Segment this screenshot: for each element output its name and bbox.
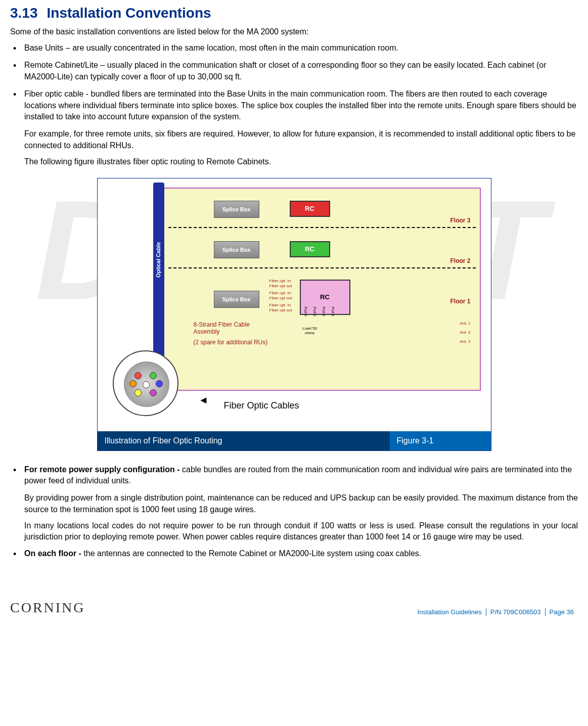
footer-guidelines: Installation Guidelines <box>414 608 486 616</box>
fiber-out-label: Fiber opt out <box>269 296 292 300</box>
sub-paragraph: For example, for three remote units, six… <box>10 128 578 151</box>
splice-box-1: Splice Box <box>214 291 259 308</box>
port-2: Port 2 <box>322 307 326 316</box>
rc-box-green: RC <box>290 241 330 257</box>
list-item: For remote power supply configuration - … <box>10 464 578 487</box>
sub-paragraph: The following figure illustrates fiber o… <box>10 156 578 167</box>
intro-paragraph: Some of the basic installation conventio… <box>10 27 578 36</box>
fiber-out-label: Fiber opt out <box>269 308 292 312</box>
figure-caption-text: Illustration of Fiber Optic Routing <box>98 431 390 450</box>
sub-paragraph: In many locations local codes do not req… <box>10 520 578 543</box>
fiber-in-label: Fiber opt. In <box>269 279 291 283</box>
list-item: Remote Cabinet/Lite – usually placed in … <box>10 60 578 82</box>
figure-number: Figure 3-1 <box>390 431 491 450</box>
page-content: 3.13Installation Conventions Some of the… <box>10 5 578 616</box>
figure-diagram: Optical Cable Splice Box RC Floor 3 Spli… <box>98 178 491 431</box>
fiber-dot-green <box>150 372 157 379</box>
footer-right: Installation Guidelines P/N 709C006503 P… <box>414 608 578 616</box>
bold-lead: On each floor - <box>24 549 83 558</box>
port-3: Port 3 <box>313 307 316 316</box>
ant-1-label: Ant. 1 <box>460 321 471 326</box>
section-title: Installation Conventions <box>47 5 211 21</box>
spare-annotation: (2 spare for additional RUs) <box>194 339 269 346</box>
fiber-in-label: Fiber opt. In <box>269 303 291 307</box>
footer-pn: P/N 709C006503 <box>486 608 546 616</box>
ant-2-label: Ant. 2 <box>460 330 471 335</box>
section-heading: 3.13Installation Conventions <box>10 5 578 21</box>
page-footer: CORNING Installation Guidelines P/N 709C… <box>10 600 578 616</box>
port-1: Port 1 <box>331 307 335 316</box>
fiber-out-label: Fiber opt out <box>269 284 292 288</box>
cable-inner <box>124 361 169 407</box>
floor-2-label: Floor 2 <box>450 257 470 264</box>
strand-annotation: 8-Strand Fiber Cable Assembly <box>194 321 269 335</box>
fiber-dot-yellow <box>134 389 142 396</box>
bullet-list-3: On each floor - the antennas are connect… <box>10 548 578 559</box>
list-item-text: the antennas are connected to the Remote… <box>83 549 421 558</box>
fiber-dot-blue <box>156 380 163 387</box>
rc-box-red: RC <box>290 201 330 217</box>
fiber-dot-white <box>143 381 150 388</box>
fiber-optic-cables-label: Fiber Optic Cables <box>224 400 299 411</box>
footer-page: Page 36 <box>546 608 578 616</box>
floor-3-row: Splice Box RC Floor 3 <box>168 194 476 228</box>
fiber-dot-purple <box>150 389 157 396</box>
load-label: Load 50 ohms <box>300 326 320 335</box>
bullet-list-1: Base Units – are usually concentrated in… <box>10 42 578 122</box>
fiber-dot-red <box>134 372 142 379</box>
floor-1-row: Splice Box Fiber opt. In Fiber opt out F… <box>168 276 476 356</box>
figure-caption-bar: Illustration of Fiber Optic Routing Figu… <box>98 431 491 450</box>
floor-2-row: Splice Box RC Floor 2 <box>168 234 476 268</box>
bullet-list-2: For remote power supply configuration - … <box>10 464 578 487</box>
cable-cross-section <box>113 350 178 416</box>
figure-block: Optical Cable Splice Box RC Floor 3 Spli… <box>97 178 491 451</box>
splice-box-2: Splice Box <box>214 241 259 258</box>
list-item: Base Units – are usually concentrated in… <box>10 42 578 54</box>
section-number: 3.13 <box>10 5 38 21</box>
corning-logo: CORNING <box>10 600 85 616</box>
list-item: Fiber optic cable - bundled fibers are t… <box>10 88 578 122</box>
bold-lead: For remote power supply configuration - <box>24 465 182 474</box>
fiber-in-label: Fiber opt. In <box>269 291 291 295</box>
ant-3-label: Ant. 3 <box>460 339 471 344</box>
arrow-icon: ◄ <box>199 394 209 406</box>
list-item: On each floor - the antennas are connect… <box>10 548 578 559</box>
floor-3-label: Floor 3 <box>450 217 470 224</box>
optical-cable-label: Optical Cable <box>154 240 162 279</box>
port-4: Port 4 <box>304 307 307 316</box>
fiber-dot-orange <box>129 380 137 387</box>
floor-1-label: Floor 1 <box>450 298 470 305</box>
sub-paragraph: By providing power from a single distrib… <box>10 492 578 515</box>
splice-box-3: Splice Box <box>214 201 259 218</box>
